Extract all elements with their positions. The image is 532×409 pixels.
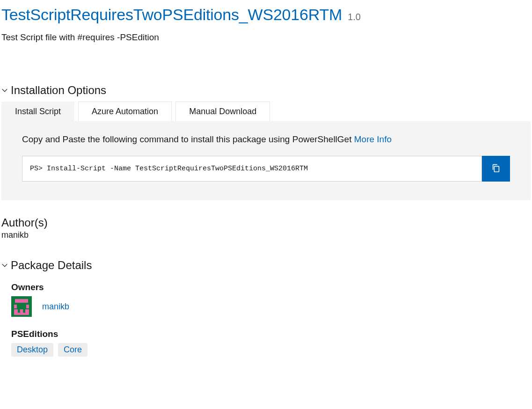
owner-row: manikb xyxy=(11,296,521,317)
chevron-down-icon xyxy=(1,87,8,94)
pseditions-heading: PSEditions xyxy=(11,329,521,339)
package-title[interactable]: TestScriptRequiresTwoPSEditions_WS2016RT… xyxy=(1,6,342,24)
owners-heading: Owners xyxy=(11,282,521,292)
package-details-label: Package Details xyxy=(11,259,92,272)
authors-heading: Author(s) xyxy=(1,216,531,229)
psedition-desktop-tag[interactable]: Desktop xyxy=(11,343,53,357)
svg-rect-0 xyxy=(494,166,499,172)
owner-avatar[interactable] xyxy=(11,296,32,317)
package-details-header[interactable]: Package Details xyxy=(0,259,532,272)
install-tabs: Install Script Azure Automation Manual D… xyxy=(0,97,532,121)
owner-link[interactable]: manikb xyxy=(42,302,69,312)
install-panel: Copy and Paste the following command to … xyxy=(1,121,531,200)
copy-button[interactable] xyxy=(482,156,510,182)
package-description: Test Script file with #requires -PSEditi… xyxy=(0,24,532,43)
installation-options-header[interactable]: Installation Options xyxy=(0,84,532,97)
more-info-link[interactable]: More Info xyxy=(354,134,392,144)
tab-manual-download[interactable]: Manual Download xyxy=(175,102,270,121)
installation-options-label: Installation Options xyxy=(11,84,106,97)
install-command[interactable]: PS> Install-Script -Name TestScriptRequi… xyxy=(22,156,482,182)
psedition-core-tag[interactable]: Core xyxy=(58,343,87,357)
copy-icon xyxy=(491,163,501,175)
chevron-down-icon xyxy=(1,262,8,269)
tab-install-script[interactable]: Install Script xyxy=(1,102,74,121)
package-version: 1.0 xyxy=(348,12,361,22)
install-instruction: Copy and Paste the following command to … xyxy=(22,134,510,145)
install-instruction-text: Copy and Paste the following command to … xyxy=(22,134,354,144)
authors-value: manikb xyxy=(1,230,531,240)
tab-azure-automation[interactable]: Azure Automation xyxy=(78,102,172,121)
